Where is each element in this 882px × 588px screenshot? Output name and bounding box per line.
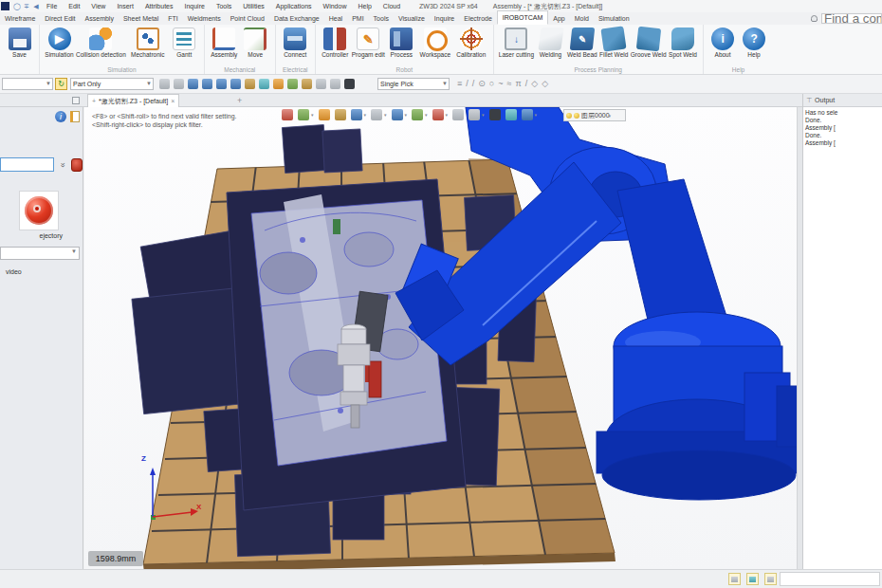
- calibration-button[interactable]: Calibration: [453, 27, 489, 58]
- stop-icon[interactable]: [344, 79, 355, 89]
- isometric-view-icon[interactable]: [335, 109, 346, 120]
- wireframe-mode-icon[interactable]: [371, 109, 382, 120]
- menu-edit[interactable]: Edit: [63, 0, 85, 12]
- pick-segment-icon[interactable]: /: [472, 79, 475, 89]
- about-button[interactable]: i About: [707, 27, 739, 58]
- menu-help[interactable]: Help: [352, 0, 377, 12]
- laser-cutting-button[interactable]: ↓ Laser cutting: [498, 27, 535, 58]
- controller-button[interactable]: Controller: [320, 27, 351, 58]
- tab-inquire[interactable]: Inquire: [430, 12, 459, 25]
- cloud-display-icon[interactable]: [522, 109, 533, 120]
- prompt-box-icon[interactable]: [764, 573, 777, 585]
- mechatronic-button[interactable]: Mechatronic: [127, 27, 169, 58]
- layer-combo[interactable]: 图层0000 ▾: [563, 109, 626, 121]
- tab-visualize[interactable]: Visualize: [394, 12, 430, 25]
- workspace-button[interactable]: Workspace: [417, 27, 453, 58]
- pick-solid-icon[interactable]: ◇: [542, 79, 548, 89]
- window-mode-icon[interactable]: [728, 573, 741, 585]
- assembly-button[interactable]: Assembly: [209, 27, 240, 58]
- tab-tools[interactable]: Tools: [369, 12, 394, 25]
- menu-applications[interactable]: Applications: [270, 0, 318, 12]
- groove-weld-button[interactable]: Groove Weld: [630, 27, 668, 58]
- info-icon[interactable]: i: [55, 111, 66, 122]
- view-exit-icon[interactable]: [282, 109, 293, 120]
- menu-tools[interactable]: Tools: [211, 0, 237, 12]
- tab-pin-icon[interactable]: +: [92, 98, 96, 104]
- shape-filter-icon[interactable]: [188, 79, 198, 89]
- zoom-window-icon[interactable]: [452, 109, 464, 120]
- tab-data-exchange[interactable]: Data Exchange: [269, 12, 324, 25]
- menu-file[interactable]: File: [41, 0, 63, 12]
- split-window-icon[interactable]: [469, 109, 480, 120]
- curve-filter-icon[interactable]: [230, 79, 241, 89]
- program-edit-button[interactable]: ✎ Progam edit: [351, 27, 386, 58]
- viewport-frame-icon[interactable]: [505, 109, 517, 120]
- tab-direct-edit[interactable]: Direct Edit: [40, 12, 80, 25]
- trajectory-combo[interactable]: ▼: [0, 247, 80, 260]
- tab-point-cloud[interactable]: Point Cloud: [226, 12, 269, 25]
- record-button[interactable]: [25, 196, 53, 225]
- report-doc-icon[interactable]: [70, 111, 80, 122]
- tab-fti[interactable]: FTI: [163, 12, 183, 25]
- sketch-view-icon[interactable]: [319, 109, 330, 120]
- record-source-icon[interactable]: [71, 158, 83, 172]
- pick-last-icon[interactable]: ≡: [457, 79, 462, 89]
- status-input[interactable]: [780, 572, 880, 586]
- quick-access-back-icon[interactable]: ◀: [31, 0, 41, 12]
- fullscreen-strip-icon[interactable]: [489, 109, 501, 120]
- collision-detection-button[interactable]: Collision detection: [75, 27, 127, 58]
- panel-minimize-icon[interactable]: [72, 97, 80, 104]
- notification-bell-icon[interactable]: [811, 15, 818, 22]
- view-orient-icon[interactable]: [298, 109, 309, 120]
- menu-utilities[interactable]: Utilities: [237, 0, 270, 12]
- spot-weld-button[interactable]: Spot Weld: [668, 27, 699, 58]
- tab-app[interactable]: App: [548, 12, 569, 25]
- weld-bead-button[interactable]: ✎ Weld Bead: [566, 27, 598, 58]
- tab-simulation[interactable]: Simulation: [594, 12, 634, 25]
- menu-attributes[interactable]: Attributes: [139, 0, 179, 12]
- pick-face-icon[interactable]: ◇: [531, 79, 538, 89]
- menu-cloud[interactable]: Cloud: [377, 0, 406, 12]
- pick-circle-icon[interactable]: ○: [489, 79, 494, 89]
- datum-filter-icon[interactable]: [273, 79, 284, 89]
- document-tab[interactable]: + *激光切割.Z3 - [Default] ×: [87, 94, 179, 107]
- graphics-viewport[interactable]: <F8> or <Shift-roll> to find next valid …: [84, 107, 797, 569]
- filter-combo[interactable]: Part Only▼: [70, 78, 154, 90]
- block-filter-icon[interactable]: [287, 79, 298, 89]
- menu-view[interactable]: View: [85, 0, 111, 12]
- menu-window[interactable]: Window: [318, 0, 353, 12]
- pick-spline-icon[interactable]: ≈: [507, 79, 512, 89]
- help-button[interactable]: ? Help: [739, 27, 770, 58]
- tab-weldments[interactable]: Weldments: [183, 12, 226, 25]
- regen-icon[interactable]: ↻: [55, 78, 67, 90]
- move-button[interactable]: Move: [240, 27, 271, 58]
- pause-icon[interactable]: [330, 79, 340, 89]
- pick-intersection-icon[interactable]: π: [516, 79, 522, 89]
- material-render-icon[interactable]: [432, 109, 444, 120]
- pick-center-icon[interactable]: ⊙: [478, 79, 486, 89]
- find-command-input[interactable]: [821, 13, 882, 24]
- quick-access-refresh-icon[interactable]: ◯: [12, 0, 22, 12]
- tab-mold[interactable]: Mold: [570, 12, 594, 25]
- tab-electrode[interactable]: Electrode: [459, 12, 497, 25]
- tab-irobotcam[interactable]: IROBOTCAM: [497, 10, 548, 25]
- expand-chevrons-icon[interactable]: «: [57, 159, 68, 171]
- tab-pmi[interactable]: PMI: [347, 12, 368, 25]
- pick-line-icon[interactable]: /: [466, 79, 469, 89]
- tab-wireframe[interactable]: Wireframe: [0, 12, 40, 25]
- config-combo[interactable]: ▼: [2, 78, 53, 90]
- feature-filter-icon[interactable]: [302, 79, 312, 89]
- menu-insert[interactable]: Insert: [111, 0, 139, 12]
- edge-filter-icon[interactable]: [216, 79, 227, 89]
- tab-assembly[interactable]: Assembly: [81, 12, 119, 25]
- pin-icon[interactable]: ⊤: [806, 97, 812, 104]
- tab-close-icon[interactable]: ×: [171, 98, 175, 104]
- tab-heal[interactable]: Heal: [324, 12, 347, 25]
- section-view-icon[interactable]: [392, 109, 403, 120]
- history-clock-icon[interactable]: [316, 79, 326, 89]
- fillet-weld-button[interactable]: Fillet Weld: [598, 27, 630, 58]
- show-target-icon[interactable]: [159, 79, 170, 89]
- simulation-button[interactable]: ▶ Simulation: [44, 27, 75, 58]
- sketch-filter-icon[interactable]: [259, 79, 269, 89]
- pick-mode-combo[interactable]: Single Pick▼: [377, 78, 450, 90]
